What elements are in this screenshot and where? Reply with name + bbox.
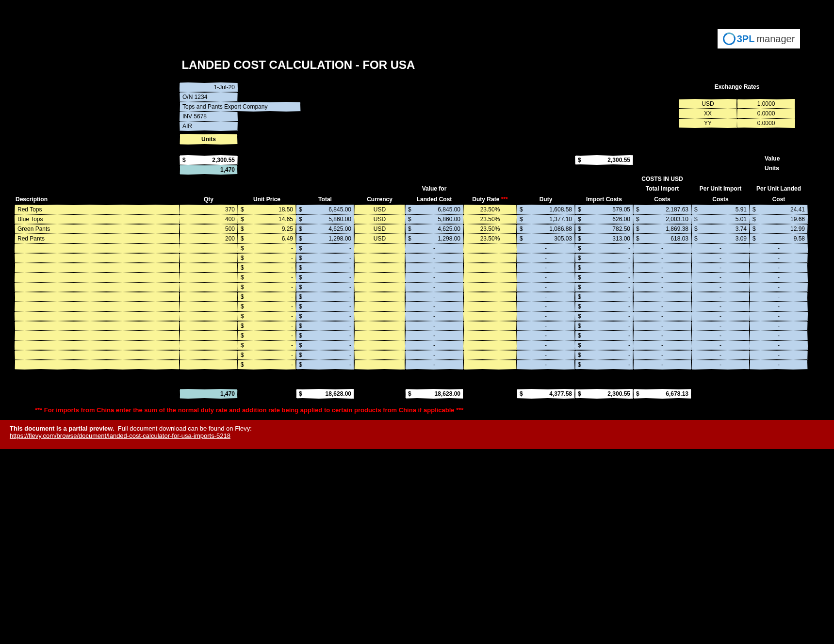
- empty-vlc-11[interactable]: -: [405, 350, 463, 360]
- empty-tic-9[interactable]: -: [633, 331, 691, 340]
- empty-puic-0[interactable]: -: [691, 243, 750, 253]
- total-tic[interactable]: $6,678.13: [633, 389, 691, 399]
- empty-duty-7[interactable]: -: [517, 311, 575, 321]
- empty-qty-7[interactable]: [180, 311, 238, 321]
- empty-duty-rate-1[interactable]: [463, 253, 517, 263]
- total-duty[interactable]: $4,377.58: [517, 389, 575, 399]
- empty-desc-0[interactable]: [15, 243, 180, 253]
- line-puic-3[interactable]: $3.09: [691, 234, 750, 243]
- empty-currency-7[interactable]: [354, 311, 405, 321]
- line-unit-price-3[interactable]: $6.49: [238, 234, 296, 243]
- summary-qty[interactable]: 1,470: [180, 165, 238, 175]
- empty-currency-8[interactable]: [354, 321, 405, 331]
- header-invoice[interactable]: INV 5678: [180, 112, 238, 121]
- empty-desc-3[interactable]: [15, 273, 180, 282]
- empty-pulc-3[interactable]: -: [750, 273, 808, 282]
- line-vlc-2[interactable]: $4,625.00: [405, 224, 463, 234]
- empty-pulc-9[interactable]: -: [750, 331, 808, 340]
- empty-desc-8[interactable]: [15, 321, 180, 331]
- empty-currency-10[interactable]: [354, 340, 405, 350]
- empty-desc-5[interactable]: [15, 292, 180, 302]
- empty-qty-5[interactable]: [180, 292, 238, 302]
- empty-qty-2[interactable]: [180, 263, 238, 273]
- line-import-costs-0[interactable]: $579.05: [575, 205, 633, 214]
- empty-vlc-6[interactable]: -: [405, 302, 463, 311]
- exchange-code-2[interactable]: YY: [679, 118, 737, 128]
- header-date[interactable]: 1-Jul-20: [180, 82, 238, 92]
- empty-duty-3[interactable]: -: [517, 273, 575, 282]
- empty-duty-rate-11[interactable]: [463, 350, 517, 360]
- empty-vlc-0[interactable]: -: [405, 243, 463, 253]
- empty-duty-11[interactable]: -: [517, 350, 575, 360]
- empty-currency-4[interactable]: [354, 282, 405, 292]
- line-unit-price-0[interactable]: $18.50: [238, 205, 296, 214]
- line-total-1[interactable]: $5,860.00: [296, 214, 354, 224]
- empty-qty-11[interactable]: [180, 350, 238, 360]
- empty-import-costs-11[interactable]: $-: [575, 350, 633, 360]
- line-puic-2[interactable]: $3.74: [691, 224, 750, 234]
- exchange-rate-0[interactable]: 1.0000: [737, 99, 795, 109]
- line-desc-1[interactable]: Blue Tops: [15, 214, 180, 224]
- empty-tic-8[interactable]: -: [633, 321, 691, 331]
- empty-duty-1[interactable]: -: [517, 253, 575, 263]
- empty-total-8[interactable]: $-: [296, 321, 354, 331]
- empty-duty-rate-4[interactable]: [463, 282, 517, 292]
- empty-duty-rate-12[interactable]: [463, 360, 517, 370]
- line-duty-0[interactable]: $1,608.58: [517, 205, 575, 214]
- empty-tic-10[interactable]: -: [633, 340, 691, 350]
- header-order-no[interactable]: O/N 1234: [180, 92, 238, 102]
- empty-import-costs-3[interactable]: $-: [575, 273, 633, 282]
- empty-puic-1[interactable]: -: [691, 253, 750, 263]
- empty-total-3[interactable]: $-: [296, 273, 354, 282]
- line-total-3[interactable]: $1,298.00: [296, 234, 354, 243]
- empty-duty-6[interactable]: -: [517, 302, 575, 311]
- empty-duty-5[interactable]: -: [517, 292, 575, 302]
- empty-unit-price-3[interactable]: $-: [238, 273, 296, 282]
- empty-qty-9[interactable]: [180, 331, 238, 340]
- empty-currency-5[interactable]: [354, 292, 405, 302]
- empty-tic-11[interactable]: -: [633, 350, 691, 360]
- exchange-rate-2[interactable]: 0.0000: [737, 118, 795, 128]
- empty-vlc-2[interactable]: -: [405, 263, 463, 273]
- empty-unit-price-11[interactable]: $-: [238, 350, 296, 360]
- line-currency-3[interactable]: USD: [354, 234, 405, 243]
- line-import-costs-2[interactable]: $782.50: [575, 224, 633, 234]
- empty-duty-9[interactable]: -: [517, 331, 575, 340]
- line-tic-3[interactable]: $618.03: [633, 234, 691, 243]
- empty-total-1[interactable]: $-: [296, 253, 354, 263]
- empty-vlc-5[interactable]: -: [405, 292, 463, 302]
- empty-unit-price-6[interactable]: $-: [238, 302, 296, 311]
- empty-duty-rate-5[interactable]: [463, 292, 517, 302]
- line-qty-0[interactable]: 370: [180, 205, 238, 214]
- exchange-rate-1[interactable]: 0.0000: [737, 109, 795, 118]
- empty-qty-8[interactable]: [180, 321, 238, 331]
- line-currency-2[interactable]: USD: [354, 224, 405, 234]
- empty-unit-price-4[interactable]: $-: [238, 282, 296, 292]
- empty-unit-price-12[interactable]: $-: [238, 360, 296, 370]
- empty-vlc-9[interactable]: -: [405, 331, 463, 340]
- empty-vlc-4[interactable]: -: [405, 282, 463, 292]
- line-pulc-0[interactable]: $24.41: [750, 205, 808, 214]
- line-import-costs-3[interactable]: $313.00: [575, 234, 633, 243]
- empty-total-4[interactable]: $-: [296, 282, 354, 292]
- empty-import-costs-9[interactable]: $-: [575, 331, 633, 340]
- empty-pulc-0[interactable]: -: [750, 243, 808, 253]
- line-pulc-2[interactable]: $12.99: [750, 224, 808, 234]
- empty-unit-price-8[interactable]: $-: [238, 321, 296, 331]
- empty-tic-6[interactable]: -: [633, 302, 691, 311]
- line-qty-2[interactable]: 500: [180, 224, 238, 234]
- empty-duty-rate-8[interactable]: [463, 321, 517, 331]
- line-desc-2[interactable]: Green Pants: [15, 224, 180, 234]
- empty-desc-2[interactable]: [15, 263, 180, 273]
- total-qty[interactable]: 1,470: [180, 389, 238, 399]
- empty-desc-6[interactable]: [15, 302, 180, 311]
- empty-import-costs-2[interactable]: $-: [575, 263, 633, 273]
- empty-unit-price-7[interactable]: $-: [238, 311, 296, 321]
- empty-import-costs-8[interactable]: $-: [575, 321, 633, 331]
- empty-currency-12[interactable]: [354, 360, 405, 370]
- empty-puic-12[interactable]: -: [691, 360, 750, 370]
- empty-desc-7[interactable]: [15, 311, 180, 321]
- empty-puic-7[interactable]: -: [691, 311, 750, 321]
- empty-unit-price-9[interactable]: $-: [238, 331, 296, 340]
- line-pulc-1[interactable]: $19.66: [750, 214, 808, 224]
